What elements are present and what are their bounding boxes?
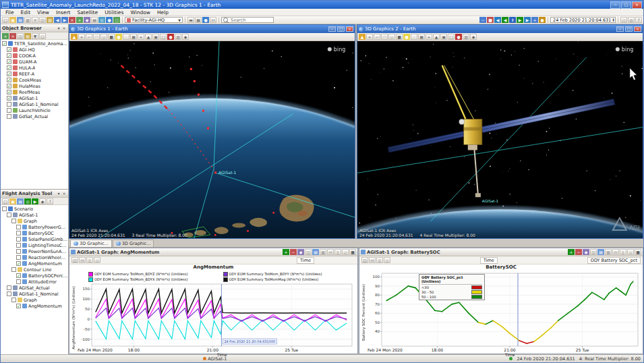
globe-icon[interactable]: ● [202,17,209,23]
decrease-step-icon[interactable]: − [479,17,486,23]
checkbox[interactable]: ✓ [7,72,11,76]
tree-item[interactable]: ✓HULA-A [1,65,68,71]
cut-icon[interactable]: × [32,17,38,23]
tree-item[interactable]: ✓GUAM-A [1,59,68,65]
minimize-icon[interactable]: ─ [616,26,624,32]
checkbox[interactable] [16,231,21,235]
copy-icon[interactable]: ◫ [39,17,46,23]
light-icon[interactable]: ● [115,34,122,40]
axes-icon[interactable]: + [426,34,432,40]
settings-icon[interactable]: ◆ [470,34,477,40]
tree-item[interactable]: Graph [1,218,68,224]
pan-icon[interactable]: ◇ [94,257,100,263]
insert-icon[interactable]: + [2,33,9,39]
properties-icon[interactable]: ◆ [297,249,304,255]
2d-window-icon[interactable]: ○ [113,17,120,23]
reset-zoom-icon[interactable]: ■ [349,249,356,255]
play-icon[interactable]: ▶ [517,17,523,23]
close-icon[interactable]: × [346,26,353,32]
realtime-icon[interactable]: ● [539,17,546,23]
pan-icon[interactable]: ◇ [100,34,107,40]
object-select-combo[interactable]: Facility-AGI-HQ ▼ [125,17,183,23]
close-icon[interactable]: × [634,26,641,32]
pin-icon[interactable]: ▾ [56,191,61,196]
tree-item[interactable]: Contour Line [1,267,68,273]
checkbox[interactable]: ✓ [7,65,11,70]
sync-icon[interactable]: ◎ [628,17,635,23]
checkbox[interactable]: ✓ [7,53,11,58]
axes-icon[interactable]: + [138,34,144,40]
model-icon[interactable]: ▣ [152,34,159,40]
checkbox[interactable] [16,279,21,284]
checkbox[interactable]: ✓ [16,273,21,278]
checkbox[interactable] [16,237,21,242]
tree-item[interactable]: ✓ReefMeas [1,89,68,95]
home-icon[interactable]: ▲ [71,34,78,40]
zoom-out-icon[interactable]: − [374,34,380,40]
tree-item[interactable]: ✓AGI-HQ [1,47,68,53]
3d-earth-view[interactable]: AGISat-1 bing AGISat-1 ICR Axes 24 Feb 2… [69,41,355,238]
checkbox[interactable] [7,108,11,113]
zoom-in-icon[interactable]: + [78,34,85,40]
new-icon[interactable]: ▢ [2,17,9,23]
reset-zoom-icon[interactable]: ■ [635,249,641,255]
checkbox[interactable]: ✓ [7,47,11,52]
minimize-icon[interactable]: ─ [328,26,336,32]
camera-icon[interactable]: ▢ [160,34,167,40]
new-icon[interactable]: ▢ [2,198,9,204]
zoom-y-icon[interactable]: ▯ [376,257,383,263]
legend-item[interactable]: ODY EOM Summary TotMom_BDYX (N*m*s) (Uni… [88,277,221,282]
grid-icon[interactable]: ▦ [418,34,425,40]
menu-utilities[interactable]: Utilities [101,9,127,16]
copy-icon[interactable]: ◫ [361,257,368,263]
copy-icon[interactable]: ◫ [17,33,24,39]
step-forward-icon[interactable]: ▶ [524,17,531,23]
vector-icon[interactable]: ▲ [433,34,440,40]
properties-icon[interactable]: ◆ [84,17,90,23]
close-icon[interactable]: × [61,26,67,31]
add-data-icon[interactable]: + [568,249,575,255]
tree-item[interactable]: ✓COOK-A [1,53,68,59]
print-icon[interactable]: ▥ [320,249,326,255]
reset-icon[interactable]: ■ [487,17,494,23]
save-icon[interactable]: ▤ [312,249,319,255]
view-tab[interactable]: 3D Graphic... [113,240,154,247]
stars-icon[interactable]: · [411,34,417,40]
batterysoc-plot[interactable]: 40506070809010018:0021:0025 TueFeb 24 Mo… [367,271,642,358]
menu-satellite[interactable]: Satellite [74,9,101,16]
animation-time-field[interactable]: 24 Feb 2020 21:20:04.631 ▲▼ [550,17,616,23]
properties-icon[interactable]: ◆ [583,249,589,255]
pause-icon[interactable]: Ⅱ [509,17,516,23]
checkbox[interactable] [16,249,21,254]
close-button[interactable]: × [632,1,642,9]
checkbox[interactable] [7,285,11,290]
record-icon[interactable]: ● [167,34,174,40]
home-icon[interactable]: ▲ [359,34,365,40]
object-browser-header[interactable]: Object Browser ▾ × [1,24,68,32]
legend-item[interactable]: ODY EOM Summary TotMomMag (N*m*s) (Unitl… [223,277,355,282]
remove-data-icon[interactable]: − [575,249,582,255]
checkbox[interactable] [2,206,7,211]
zoom-y-icon[interactable]: ▯ [334,249,341,255]
spinner-down-icon[interactable]: ▼ [612,20,614,22]
reset-view-icon[interactable]: ■ [108,34,115,40]
tree-item[interactable]: AGISat_Actual [1,285,68,291]
soc-color-legend[interactable]: ODY Battery SOC_pct (Unitless)<3030 - 50… [419,274,485,300]
tree-item[interactable]: PowerNonSunAngle [1,248,68,254]
zoom-x-icon[interactable]: ▭ [79,257,86,263]
legend-item[interactable]: ODY EOM Summary TotMom_BDYZ (N*m*s) (Uni… [88,272,221,277]
grid-icon[interactable]: ▦ [130,34,137,40]
increase-step-icon[interactable]: + [531,17,538,23]
view-tab[interactable]: 3D Graphic... [70,240,112,247]
maximize-button[interactable]: ▢ [621,1,631,9]
help-icon[interactable]: ? [635,17,642,23]
help-icon[interactable]: ? [47,198,53,204]
close-icon[interactable]: × [61,191,67,196]
tree-item[interactable]: AGISat-1_Nominal [1,291,68,297]
rotate-icon[interactable]: ◠ [381,34,388,40]
earth-canvas[interactable]: AGISat-1 bing [69,41,355,238]
checkbox[interactable] [11,298,16,302]
menu-edit[interactable]: Edit [18,9,34,16]
open-icon[interactable]: ▣ [9,198,16,204]
tree-item[interactable]: ✓AGISat-1 [1,95,68,101]
